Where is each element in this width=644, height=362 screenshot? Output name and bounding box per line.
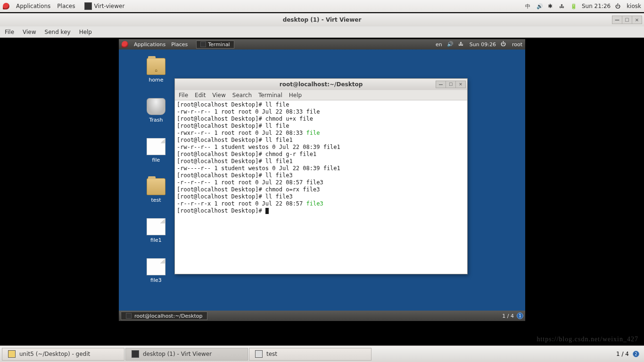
distro-icon (3, 3, 9, 9)
virt-viewer-icon (84, 2, 92, 10)
terminal-menu-terminal[interactable]: Terminal (258, 92, 282, 99)
volume-icon[interactable] (537, 3, 543, 9)
terminal-menu-file[interactable]: File (179, 92, 188, 99)
guest-taskbar-terminal-label: root@localhost:~/Desktop (134, 313, 202, 319)
virt-viewer-menubar: File View Send key Help (0, 26, 644, 38)
desktop-icon-home[interactable]: ⌂ home (140, 58, 173, 83)
bluetooth-icon[interactable] (548, 3, 554, 9)
taskbar-virt-viewer-launcher[interactable]: Virt-viewer (84, 2, 124, 10)
taskbar-item-virt-viewer[interactable]: desktop (1) - Virt Viewer (125, 348, 248, 361)
taskbar-item-test[interactable]: test (249, 348, 372, 361)
taskbar-item-virt-viewer-label: desktop (1) - Virt Viewer (143, 351, 212, 357)
input-method-icon[interactable] (525, 3, 532, 9)
guest-workspace-indicator: 1 / 4 (502, 313, 514, 319)
guest-distro-icon (122, 41, 128, 48)
file-icon (147, 218, 165, 235)
guest-power-icon[interactable] (501, 41, 507, 48)
virt-viewer-window: desktop (1) - Virt Viewer — ☐ ✕ File Vie… (0, 13, 644, 346)
taskbar-item-gedit-label: unit5 (~/Desktop) - gedit (19, 351, 90, 357)
virt-viewer-title: desktop (1) - Virt Viewer (283, 16, 362, 23)
minimize-button[interactable]: — (612, 16, 622, 24)
file-icon (147, 138, 165, 155)
desktop-icon-file[interactable]: file (140, 138, 173, 163)
desktop-icon-test-label: test (151, 197, 161, 203)
terminal-menu-search[interactable]: Search (232, 92, 252, 99)
menu-file[interactable]: File (5, 29, 14, 35)
clock[interactable]: Sun 21:26 (582, 3, 611, 9)
close-button[interactable]: ✕ (632, 16, 642, 24)
terminal-icon (126, 313, 132, 319)
menu-view[interactable]: View (23, 29, 36, 35)
terminal-output[interactable]: [root@localhost Desktop]# ll file-rw-r--… (175, 100, 467, 274)
terminal-window: root@localhost:~/Desktop — ☐ ✕ File Edit… (174, 78, 468, 274)
desktop-icon-file1[interactable]: file1 (140, 218, 173, 243)
virt-viewer-titlebar[interactable]: desktop (1) - Virt Viewer — ☐ ✕ (0, 13, 644, 26)
guest-network-icon[interactable] (458, 41, 465, 48)
taskbar-item-gedit[interactable]: unit5 (~/Desktop) - gedit (2, 348, 124, 361)
guest-gnome-panel: Applications Places Terminal en Sun 09:2… (119, 39, 525, 49)
outer-taskbar: unit5 (~/Desktop) - gedit desktop (1) - … (0, 346, 644, 362)
terminal-menubar: File Edit View Search Terminal Help (175, 90, 467, 100)
guest-taskbar-terminal[interactable]: root@localhost:~/Desktop (121, 312, 207, 320)
taskbar-virt-viewer-label: Virt-viewer (94, 3, 124, 9)
desktop-icon-file3-label: file3 (150, 277, 162, 283)
guest-workspace-switcher[interactable]: 1 (517, 313, 523, 319)
maximize-button[interactable]: ☐ (622, 16, 632, 24)
desktop-icon-file-label: file (152, 157, 160, 163)
desktop-icon-home-label: home (149, 77, 163, 83)
menu-sendkey[interactable]: Send key (45, 29, 71, 35)
power-icon[interactable] (615, 3, 622, 9)
guest-task-terminal[interactable]: Terminal (196, 41, 234, 49)
terminal-menu-help[interactable]: Help (289, 92, 302, 99)
desktop-icon-trash[interactable]: Trash (140, 98, 173, 123)
terminal-icon (200, 41, 206, 47)
outer-workspace-indicator: 1 / 4 (616, 351, 629, 357)
guest-input-method[interactable]: en (436, 41, 442, 48)
guest-places-menu[interactable]: Places (171, 41, 188, 48)
taskbar-item-test-label: test (266, 351, 277, 357)
places-menu[interactable]: Places (57, 3, 75, 9)
file-manager-icon (255, 350, 263, 358)
desktop-icon-file3[interactable]: file3 (140, 258, 173, 283)
terminal-titlebar[interactable]: root@localhost:~/Desktop — ☐ ✕ (175, 79, 467, 90)
gedit-icon (8, 350, 16, 358)
trash-icon (147, 98, 165, 115)
username-label[interactable]: kiosk (627, 3, 641, 9)
virt-viewer-display[interactable]: Applications Places Terminal en Sun 09:2… (0, 38, 644, 346)
desktop-icon-trash-label: Trash (149, 117, 163, 123)
guest-username-label[interactable]: root (512, 41, 522, 48)
desktop-icon-test[interactable]: test (140, 178, 173, 203)
guest-desktop-area[interactable]: ⌂ home Trash file test file1 (119, 49, 525, 321)
desktop-icon-file1-label: file1 (150, 237, 162, 243)
applications-menu[interactable]: Applications (16, 3, 50, 9)
folder-icon: ⌂ (147, 58, 165, 75)
terminal-menu-edit[interactable]: Edit (195, 92, 206, 99)
terminal-minimize-button[interactable]: — (436, 81, 446, 88)
battery-icon[interactable] (570, 3, 577, 9)
folder-icon (147, 178, 165, 195)
file-icon (147, 258, 165, 275)
guest-applications-menu[interactable]: Applications (134, 41, 165, 48)
guest-bottom-panel: root@localhost:~/Desktop 1 / 4 1 (119, 311, 525, 321)
guest-task-terminal-label: Terminal (208, 41, 230, 48)
terminal-title: root@localhost:~/Desktop (280, 81, 363, 88)
guest-vm-screen: Applications Places Terminal en Sun 09:2… (119, 39, 525, 321)
virt-viewer-icon (132, 350, 139, 358)
terminal-maximize-button[interactable]: ☐ (446, 81, 456, 88)
outer-gnome-panel: Applications Places Virt-viewer Sun 21:2… (0, 0, 644, 12)
guest-clock[interactable]: Sun 09:26 (470, 41, 496, 48)
network-icon[interactable] (559, 3, 566, 9)
terminal-close-button[interactable]: ✕ (455, 81, 466, 88)
terminal-menu-view[interactable]: View (212, 92, 225, 99)
outer-workspace-switcher[interactable]: 2 (633, 351, 639, 357)
menu-help[interactable]: Help (79, 29, 92, 35)
guest-volume-icon[interactable] (447, 41, 454, 48)
watermark-text: https://blog.csdn.net/weixin_427 (537, 336, 638, 343)
